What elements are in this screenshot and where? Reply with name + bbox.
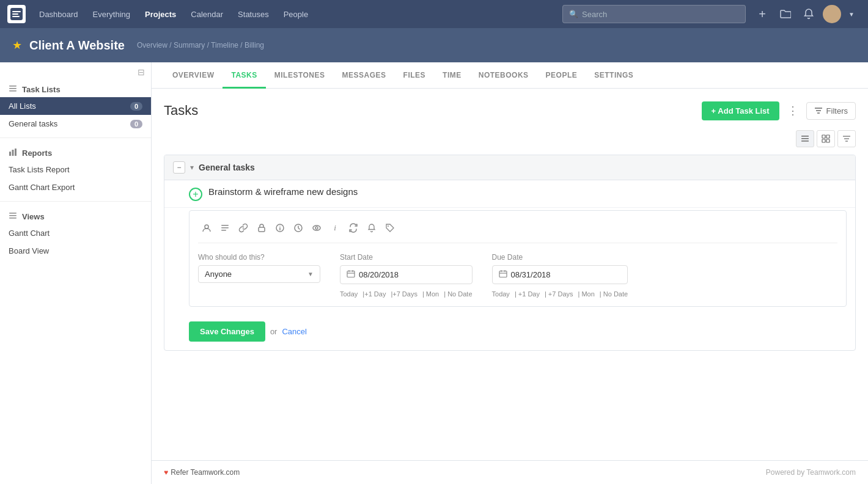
add-task-list-button[interactable]: + Add Task List — [702, 101, 779, 120]
link-icon[interactable] — [235, 219, 252, 237]
tab-tasks[interactable]: TASKS — [223, 62, 265, 89]
clock-icon[interactable] — [290, 219, 307, 237]
start-plus7[interactable]: |+7 Days — [391, 290, 417, 298]
svg-point-35 — [315, 227, 318, 229]
svg-rect-9 — [15, 148, 17, 156]
sidebar-item-general-tasks[interactable]: General tasks 0 — [0, 115, 151, 133]
due-date-input[interactable] — [511, 270, 614, 279]
tab-overview[interactable]: OVERVIEW — [164, 62, 223, 89]
sidebar: ⊟ Task Lists All Lists 0 General tasks 0 — [0, 62, 152, 484]
eye-icon[interactable] — [308, 219, 325, 237]
tab-time[interactable]: TIME — [434, 62, 470, 89]
sidebar-collapse-button[interactable]: ⊟ — [138, 67, 145, 77]
nav-everything[interactable]: Everything — [87, 6, 136, 23]
list-view-button[interactable] — [796, 130, 814, 147]
sidebar-collapse-area: ⊟ — [0, 62, 151, 79]
tab-messages[interactable]: MESSAGES — [334, 62, 395, 89]
due-today[interactable]: Today — [492, 290, 510, 298]
svg-rect-8 — [12, 150, 14, 156]
due-date-input-wrap — [492, 265, 628, 284]
svg-rect-11 — [9, 215, 17, 216]
tasks-area: Tasks + Add Task List ⋮ Filters — [152, 89, 868, 460]
search-icon: 🔍 — [569, 10, 578, 18]
assignee-field: Who should do this? Anyone John Smith Ja… — [198, 253, 320, 283]
svg-rect-27 — [221, 225, 229, 226]
main-content: OVERVIEW TASKS MILESTONES MESSAGES FILES… — [152, 62, 868, 484]
project-star[interactable]: ★ — [12, 38, 22, 52]
cancel-link[interactable]: Cancel — [282, 327, 306, 336]
assign-icon[interactable] — [198, 219, 215, 237]
add-button[interactable]: + — [753, 5, 771, 23]
group-collapse-button[interactable]: − — [173, 161, 185, 174]
general-tasks-badge: 0 — [130, 120, 142, 128]
reports-title: Reports — [22, 148, 52, 158]
svg-point-36 — [388, 226, 389, 227]
start-nodate[interactable]: | No Date — [444, 290, 472, 298]
svg-rect-2 — [12, 13, 18, 15]
filters-button[interactable]: Filters — [806, 102, 856, 120]
start-date-input[interactable] — [359, 270, 462, 279]
folder-button[interactable] — [776, 5, 795, 23]
views-title: Views — [22, 212, 45, 221]
grid-view-button[interactable] — [817, 130, 835, 147]
tab-notebooks[interactable]: NOTEBOOKS — [470, 62, 537, 89]
filter-sort-button[interactable] — [837, 130, 856, 147]
task-name-input[interactable] — [208, 186, 847, 197]
tab-files[interactable]: FILES — [395, 62, 435, 89]
repeat-icon[interactable] — [345, 219, 362, 237]
lock-icon[interactable] — [253, 219, 270, 237]
task-add-button[interactable]: + — [189, 188, 202, 201]
nav-people[interactable]: People — [278, 6, 314, 23]
svg-rect-22 — [826, 139, 829, 142]
filter-icon — [814, 106, 823, 115]
due-plus1[interactable]: | +1 Day — [515, 290, 540, 298]
start-today[interactable]: Today — [340, 290, 358, 298]
group-chevron-icon[interactable]: ▾ — [190, 163, 194, 172]
more-options-button[interactable]: ⋮ — [783, 101, 803, 120]
nav-calendar[interactable]: Calendar — [185, 6, 229, 23]
svg-rect-5 — [9, 88, 17, 89]
nav-statuses[interactable]: Statuses — [232, 6, 275, 23]
search-bar[interactable]: 🔍 — [562, 5, 746, 23]
gantt-chart-export-label: Gantt Chart Export — [9, 183, 142, 192]
refer-text[interactable]: Refer Teamwork.com — [171, 468, 240, 477]
nav-projects[interactable]: Projects — [139, 6, 182, 23]
info-icon[interactable] — [271, 219, 289, 237]
assignee-select-wrap[interactable]: Anyone John Smith Jane Doe ▼ — [198, 265, 320, 283]
user-avatar[interactable] — [823, 5, 841, 23]
tag-icon[interactable] — [381, 219, 399, 237]
due-date-calendar-icon — [499, 270, 507, 280]
list-icon[interactable] — [216, 219, 234, 237]
footer: ♥ Refer Teamwork.com Powered by Teamwork… — [152, 460, 868, 484]
sidebar-item-gantt-chart[interactable]: Gantt Chart — [0, 224, 151, 242]
svg-rect-12 — [9, 218, 17, 219]
bell-task-icon[interactable] — [363, 219, 380, 237]
bell-button[interactable] — [800, 5, 818, 23]
start-plus1[interactable]: |+1 Day — [362, 290, 386, 298]
start-mon[interactable]: | Mon — [422, 290, 439, 298]
italic-icon[interactable]: i — [326, 219, 344, 237]
tab-milestones[interactable]: MILESTONES — [266, 62, 334, 89]
task-lists-title: Task Lists — [22, 85, 61, 94]
nav-dashboard[interactable]: Dashboard — [33, 6, 84, 23]
due-mon[interactable]: | Mon — [578, 290, 595, 298]
app-logo[interactable] — [7, 5, 26, 23]
views-section-header: Views — [0, 207, 151, 224]
filters-label: Filters — [826, 106, 848, 116]
svg-rect-16 — [801, 136, 809, 137]
tab-settings[interactable]: SETTINGS — [586, 62, 642, 89]
svg-rect-1 — [12, 11, 21, 12]
due-plus7[interactable]: | +7 Days — [545, 290, 573, 298]
tab-people[interactable]: PEOPLE — [537, 62, 586, 89]
sidebar-item-gantt-chart-export[interactable]: Gantt Chart Export — [0, 178, 151, 196]
top-nav-icons: + ▼ — [753, 5, 861, 23]
assignee-select[interactable]: Anyone John Smith Jane Doe — [205, 270, 304, 279]
save-changes-button[interactable]: Save Changes — [189, 321, 265, 342]
svg-point-34 — [313, 226, 320, 230]
sidebar-item-all-lists[interactable]: All Lists 0 — [0, 97, 151, 115]
sidebar-item-board-view[interactable]: Board View — [0, 242, 151, 260]
search-input[interactable] — [582, 10, 739, 19]
sidebar-item-task-lists-report[interactable]: Task Lists Report — [0, 161, 151, 178]
due-nodate[interactable]: | No Date — [600, 290, 628, 298]
user-menu-chevron[interactable]: ▼ — [842, 5, 861, 23]
